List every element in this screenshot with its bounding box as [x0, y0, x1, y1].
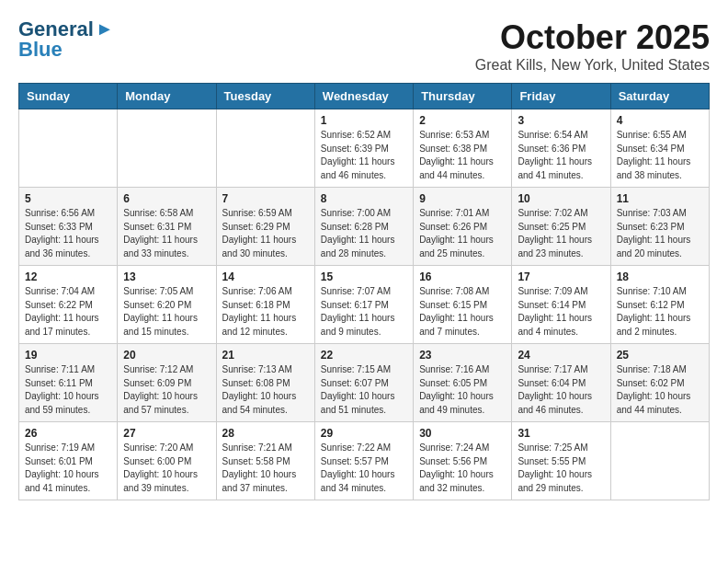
day-info: Sunrise: 7:08 AM Sunset: 6:15 PM Dayligh… [419, 285, 506, 339]
day-cell [610, 422, 709, 500]
week-row-1: 1Sunrise: 6:52 AM Sunset: 6:39 PM Daylig… [19, 109, 710, 188]
day-info: Sunrise: 7:04 AM Sunset: 6:22 PM Dayligh… [25, 285, 111, 339]
day-cell: 22Sunrise: 7:15 AM Sunset: 6:07 PM Dayli… [314, 344, 413, 422]
day-info: Sunrise: 7:22 AM Sunset: 5:57 PM Dayligh… [321, 442, 407, 495]
column-header-sunday: Sunday [19, 84, 118, 109]
logo-blue: Blue [18, 40, 63, 60]
day-number: 20 [123, 349, 210, 362]
day-number: 11 [617, 192, 703, 205]
day-info: Sunrise: 7:24 AM Sunset: 5:56 PM Dayligh… [419, 442, 506, 495]
day-info: Sunrise: 7:21 AM Sunset: 5:58 PM Dayligh… [222, 442, 309, 495]
day-cell: 24Sunrise: 7:17 AM Sunset: 6:04 PM Dayli… [512, 344, 610, 422]
day-number: 17 [518, 270, 604, 283]
day-number: 19 [25, 349, 111, 362]
day-info: Sunrise: 6:53 AM Sunset: 6:38 PM Dayligh… [419, 129, 506, 182]
column-header-friday: Friday [512, 84, 610, 109]
day-cell: 15Sunrise: 7:07 AM Sunset: 6:17 PM Dayli… [314, 266, 413, 344]
day-cell: 21Sunrise: 7:13 AM Sunset: 6:08 PM Dayli… [216, 344, 314, 422]
day-info: Sunrise: 7:20 AM Sunset: 6:00 PM Dayligh… [123, 442, 210, 495]
day-cell: 25Sunrise: 7:18 AM Sunset: 6:02 PM Dayli… [610, 344, 709, 422]
day-number: 3 [518, 114, 604, 127]
day-info: Sunrise: 7:17 AM Sunset: 6:04 PM Dayligh… [518, 363, 604, 417]
column-header-tuesday: Tuesday [216, 84, 314, 109]
day-number: 15 [321, 270, 407, 283]
day-number: 18 [617, 270, 703, 283]
calendar-header-row: SundayMondayTuesdayWednesdayThursdayFrid… [19, 84, 710, 109]
day-number: 8 [321, 192, 407, 205]
day-cell: 8Sunrise: 7:00 AM Sunset: 6:28 PM Daylig… [314, 188, 413, 266]
day-cell: 27Sunrise: 7:20 AM Sunset: 6:00 PM Dayli… [118, 422, 216, 500]
day-cell: 16Sunrise: 7:08 AM Sunset: 6:15 PM Dayli… [414, 266, 512, 344]
day-number: 25 [617, 349, 703, 362]
column-header-saturday: Saturday [610, 84, 709, 109]
week-row-2: 5Sunrise: 6:56 AM Sunset: 6:33 PM Daylig… [19, 188, 710, 266]
location-title: Great Kills, New York, United States [475, 57, 710, 74]
day-cell: 4Sunrise: 6:55 AM Sunset: 6:34 PM Daylig… [610, 109, 709, 188]
day-info: Sunrise: 6:54 AM Sunset: 6:36 PM Dayligh… [518, 129, 604, 182]
day-info: Sunrise: 7:05 AM Sunset: 6:20 PM Dayligh… [123, 285, 210, 339]
day-cell: 18Sunrise: 7:10 AM Sunset: 6:12 PM Dayli… [610, 266, 709, 344]
day-cell: 3Sunrise: 6:54 AM Sunset: 6:36 PM Daylig… [512, 109, 610, 188]
day-number: 14 [222, 270, 309, 283]
day-cell: 30Sunrise: 7:24 AM Sunset: 5:56 PM Dayli… [414, 422, 512, 500]
calendar: SundayMondayTuesdayWednesdayThursdayFrid… [18, 83, 710, 500]
day-cell [118, 109, 216, 188]
day-number: 16 [419, 270, 506, 283]
column-header-thursday: Thursday [414, 84, 512, 109]
day-cell: 6Sunrise: 6:58 AM Sunset: 6:31 PM Daylig… [118, 188, 216, 266]
day-cell: 26Sunrise: 7:19 AM Sunset: 6:01 PM Dayli… [19, 422, 118, 500]
day-cell: 7Sunrise: 6:59 AM Sunset: 6:29 PM Daylig… [216, 188, 314, 266]
day-cell [19, 109, 118, 188]
day-cell: 2Sunrise: 6:53 AM Sunset: 6:38 PM Daylig… [414, 109, 512, 188]
day-info: Sunrise: 6:59 AM Sunset: 6:29 PM Dayligh… [222, 207, 309, 260]
day-number: 28 [222, 427, 309, 440]
day-number: 29 [321, 427, 407, 440]
day-info: Sunrise: 7:11 AM Sunset: 6:11 PM Dayligh… [25, 363, 111, 417]
day-info: Sunrise: 6:58 AM Sunset: 6:31 PM Dayligh… [123, 207, 210, 260]
day-info: Sunrise: 7:00 AM Sunset: 6:28 PM Dayligh… [321, 207, 407, 260]
day-number: 4 [617, 114, 703, 127]
day-info: Sunrise: 6:52 AM Sunset: 6:39 PM Dayligh… [321, 129, 407, 182]
week-row-5: 26Sunrise: 7:19 AM Sunset: 6:01 PM Dayli… [19, 422, 710, 500]
header: General ► Blue October 2025 Great Kills,… [18, 18, 710, 74]
day-number: 10 [518, 192, 604, 205]
day-number: 13 [123, 270, 210, 283]
day-number: 21 [222, 349, 309, 362]
logo-arrow-icon: ► [96, 18, 114, 40]
day-cell: 19Sunrise: 7:11 AM Sunset: 6:11 PM Dayli… [19, 344, 118, 422]
day-number: 5 [25, 192, 111, 205]
day-number: 24 [518, 349, 604, 362]
day-cell: 31Sunrise: 7:25 AM Sunset: 5:55 PM Dayli… [512, 422, 610, 500]
day-number: 9 [419, 192, 506, 205]
day-cell: 29Sunrise: 7:22 AM Sunset: 5:57 PM Dayli… [314, 422, 413, 500]
day-info: Sunrise: 7:25 AM Sunset: 5:55 PM Dayligh… [518, 442, 604, 495]
day-number: 1 [321, 114, 407, 127]
day-cell: 12Sunrise: 7:04 AM Sunset: 6:22 PM Dayli… [19, 266, 118, 344]
day-cell: 14Sunrise: 7:06 AM Sunset: 6:18 PM Dayli… [216, 266, 314, 344]
day-cell: 9Sunrise: 7:01 AM Sunset: 6:26 PM Daylig… [414, 188, 512, 266]
day-info: Sunrise: 7:10 AM Sunset: 6:12 PM Dayligh… [617, 285, 703, 339]
day-info: Sunrise: 7:16 AM Sunset: 6:05 PM Dayligh… [419, 363, 506, 417]
day-number: 26 [25, 427, 111, 440]
day-number: 2 [419, 114, 506, 127]
day-info: Sunrise: 7:19 AM Sunset: 6:01 PM Dayligh… [25, 442, 111, 495]
day-info: Sunrise: 7:09 AM Sunset: 6:14 PM Dayligh… [518, 285, 604, 339]
day-info: Sunrise: 7:15 AM Sunset: 6:07 PM Dayligh… [321, 363, 407, 417]
day-info: Sunrise: 7:02 AM Sunset: 6:25 PM Dayligh… [518, 207, 604, 260]
day-cell: 17Sunrise: 7:09 AM Sunset: 6:14 PM Dayli… [512, 266, 610, 344]
day-info: Sunrise: 6:56 AM Sunset: 6:33 PM Dayligh… [25, 207, 111, 260]
day-cell: 28Sunrise: 7:21 AM Sunset: 5:58 PM Dayli… [216, 422, 314, 500]
day-number: 12 [25, 270, 111, 283]
day-cell [216, 109, 314, 188]
day-number: 7 [222, 192, 309, 205]
day-info: Sunrise: 7:03 AM Sunset: 6:23 PM Dayligh… [617, 207, 703, 260]
day-cell: 13Sunrise: 7:05 AM Sunset: 6:20 PM Dayli… [118, 266, 216, 344]
day-cell: 11Sunrise: 7:03 AM Sunset: 6:23 PM Dayli… [610, 188, 709, 266]
column-header-monday: Monday [118, 84, 216, 109]
day-cell: 1Sunrise: 6:52 AM Sunset: 6:39 PM Daylig… [314, 109, 413, 188]
day-info: Sunrise: 6:55 AM Sunset: 6:34 PM Dayligh… [617, 129, 703, 182]
day-number: 27 [123, 427, 210, 440]
title-area: October 2025 Great Kills, New York, Unit… [475, 18, 710, 74]
month-title: October 2025 [475, 18, 710, 57]
logo-general: General [18, 19, 94, 40]
